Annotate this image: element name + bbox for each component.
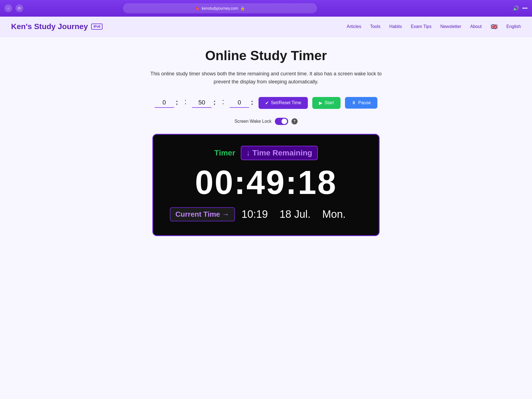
minutes-up-btn[interactable]: ▲ — [213, 99, 216, 103]
current-time-value: 10:19 18 Jul. Mon. — [242, 208, 346, 220]
url-text: kenstudyjourney.com — [202, 6, 238, 11]
set-reset-check-icon: ✔ — [265, 100, 269, 106]
sound-icon[interactable]: 🔊 — [513, 5, 519, 11]
nav-habits[interactable]: Habits — [389, 24, 402, 29]
language-flag: 🇬🇧 — [491, 23, 498, 30]
minutes-input[interactable] — [192, 98, 211, 108]
seconds-down-btn[interactable]: ▼ — [250, 103, 254, 106]
minutes-down-btn[interactable]: ▼ — [213, 103, 216, 106]
nav-about[interactable]: About — [470, 24, 482, 29]
nav-exam-tips[interactable]: Exam Tips — [411, 24, 431, 29]
nav-language[interactable]: English — [507, 24, 521, 29]
navbar: Ken's Study Journey IPv6 Articles Tools … — [0, 17, 532, 37]
ipv6-badge: IPv6 — [91, 24, 103, 30]
browser-btn-refresh[interactable]: ⟳ — [16, 4, 23, 12]
hours-input-wrapper: ▲ ▼ — [155, 98, 179, 108]
site-icon: 🔖 — [195, 6, 200, 11]
nav-tools[interactable]: Tools — [370, 24, 380, 29]
wake-lock-help-icon[interactable]: ? — [291, 118, 298, 124]
start-label: Start — [324, 100, 334, 105]
nav-newsletter[interactable]: Newsletter — [440, 24, 461, 29]
hours-up-btn[interactable]: ▲ — [175, 99, 179, 103]
wake-lock-toggle[interactable] — [275, 118, 288, 125]
current-date: 18 Jul. — [280, 208, 311, 220]
site-title[interactable]: Ken's Study Journey — [11, 22, 88, 31]
minutes-spinner: ▲ ▼ — [213, 99, 216, 106]
browser-right-controls: 🔊 ••• — [513, 5, 528, 11]
browser-chrome: ○ ⟳ 🔖 kenstudyjourney.com 🔒 🔊 ••• — [0, 0, 532, 17]
start-button[interactable]: ▶ Start — [312, 97, 341, 109]
current-time-label: Current Time → — [175, 210, 229, 218]
timer-clock: 00:49:18 — [170, 166, 362, 199]
hours-down-btn[interactable]: ▼ — [175, 103, 179, 106]
seconds-input-wrapper: ▲ ▼ — [230, 98, 254, 108]
timer-controls: ▲ ▼ : ▲ ▼ : ▲ ▼ — [147, 97, 385, 109]
current-time-badge: Current Time → — [170, 207, 235, 221]
wake-lock-label: Screen Wake Lock — [234, 119, 272, 124]
seconds-spinner: ▲ ▼ — [250, 99, 254, 106]
nav-links: Articles Tools Habits Exam Tips Newslett… — [347, 23, 521, 30]
description-text: This online study timer shows both the t… — [150, 71, 382, 85]
current-time-clock: 10:19 — [242, 208, 268, 220]
pause-button[interactable]: ⏸ Pause — [345, 97, 377, 109]
time-remaining-text: ↓ Time Remaining — [246, 149, 312, 157]
wake-lock-row: Screen Wake Lock ? — [147, 118, 385, 125]
seconds-up-btn[interactable]: ▲ — [250, 99, 254, 103]
lock-icon: 🔒 — [240, 6, 245, 11]
pause-icon: ⏸ — [352, 100, 356, 105]
page-description: This online study timer shows both the t… — [147, 70, 385, 86]
address-bar[interactable]: 🔖 kenstudyjourney.com 🔒 — [123, 3, 317, 13]
main-content: Online Study Timer This online study tim… — [141, 37, 391, 247]
time-remaining-badge: ↓ Time Remaining — [241, 146, 318, 160]
hours-input[interactable] — [155, 98, 174, 108]
browser-btn-back[interactable]: ○ — [4, 4, 12, 12]
start-play-icon: ▶ — [319, 100, 322, 106]
separator-1: : — [184, 97, 186, 108]
current-day: Mon. — [322, 208, 346, 220]
separator-2: : — [222, 97, 224, 108]
more-options-icon[interactable]: ••• — [522, 6, 528, 11]
set-reset-label: Set/Reset Time — [271, 100, 301, 105]
hours-spinner: ▲ ▼ — [175, 99, 179, 106]
minutes-input-wrapper: ▲ ▼ — [192, 98, 216, 108]
timer-header: Timer ↓ Time Remaining — [170, 146, 362, 160]
pause-label: Pause — [358, 100, 371, 105]
page-title: Online Study Timer — [147, 48, 385, 63]
seconds-input[interactable] — [230, 98, 249, 108]
nav-articles[interactable]: Articles — [347, 24, 361, 29]
current-time-section: Current Time → 10:19 18 Jul. Mon. — [170, 207, 362, 221]
set-reset-button[interactable]: ✔ Set/Reset Time — [259, 97, 308, 109]
timer-label: Timer — [214, 149, 235, 157]
timer-display: Timer ↓ Time Remaining 00:49:18 Current … — [152, 134, 380, 236]
